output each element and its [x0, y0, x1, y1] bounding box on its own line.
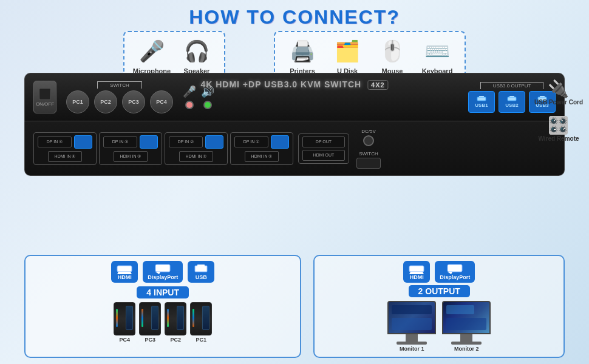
- output-group: DP OUT HDMI OUT: [298, 133, 349, 164]
- hdmi-out-connector-badge: HDMI: [403, 261, 430, 283]
- pc-towers-row: PC4 PC3 PC2 PC1: [114, 302, 212, 343]
- mouse-accessory: 🖱️ Mouse: [371, 36, 414, 75]
- speaker-accessory: 🎧 Speaker: [175, 36, 218, 75]
- hdmi-in-1: HDMI IN ①: [245, 151, 279, 162]
- monitor2: Monitor 2: [442, 301, 491, 352]
- pc2-tower: PC2: [165, 302, 186, 343]
- svg-rect-12: [409, 266, 424, 272]
- output-section-title: 2 OUTPUT: [409, 285, 470, 297]
- hdmi-in-4: HDMI IN ④: [48, 151, 82, 162]
- dp-out-connector-badge: DisplayPort: [435, 261, 475, 283]
- dp-in-4: DP IN ④: [38, 136, 72, 147]
- wired-remote-icon: 🎛️: [548, 115, 569, 135]
- hdmi-connector-badge: HDMI: [111, 261, 138, 283]
- dc-label: DC/5V: [361, 129, 376, 134]
- usb-in-2: [205, 135, 223, 149]
- pc4-tower: PC4: [114, 302, 135, 343]
- microphone-accessory: 🎤 Microphone: [131, 36, 173, 75]
- audio-accessories-group: 🎤 Microphone 🎧 Speaker: [123, 31, 225, 79]
- monitors-row: Monitor 1 Monitor 2: [387, 301, 491, 352]
- pc2-button[interactable]: PC2: [94, 90, 117, 113]
- hdmi-in-2: HDMI IN ②: [179, 151, 213, 162]
- usb-power-cord-icon: 🔌: [548, 79, 569, 99]
- switch-remote-label: SWITCH: [359, 151, 378, 157]
- kvm-bottom-panel: DP IN ④ HDMI IN ④ DP IN ③ HDMI IN ③: [24, 121, 565, 176]
- dp-out: DP OUT: [302, 136, 345, 147]
- pc3-tower: PC3: [139, 302, 161, 343]
- udisk-icon: 🗂️: [335, 36, 360, 66]
- mic-jack: [185, 101, 194, 109]
- svg-rect-11: [197, 265, 205, 267]
- spk-jack: [203, 101, 212, 109]
- monitor1-label: Monitor 1: [400, 346, 424, 352]
- kvm-model-text: 4K HDMI +DP USB3.0 KVM SWITCH 4X2: [200, 79, 388, 89]
- hdmi-out: HDMI OUT: [302, 150, 345, 161]
- output-section: HDMI DisplayPort 2 OUTPUT Monitor 1: [313, 255, 565, 358]
- svg-rect-2: [508, 97, 516, 101]
- dp-in-3: DP IN ③: [103, 136, 137, 147]
- onoff-label: ON/OFF: [36, 101, 54, 107]
- input-section-title: 4 INPUT: [137, 286, 189, 298]
- usb-connector-badge: USB: [188, 261, 214, 283]
- page-title: HOW TO CONNECT?: [0, 0, 589, 29]
- displayport-connector-badge: DisplayPort: [143, 261, 183, 283]
- usb-in-4: [74, 135, 92, 149]
- keyboard-accessory: ⌨️ Keyboard: [416, 36, 458, 75]
- printer-accessory: 🖨️ Printers: [281, 36, 324, 75]
- right-accessories: 🔌 USB Power Cord 🎛️ Wired Remote: [534, 79, 583, 142]
- usb1-port: USB1: [468, 91, 495, 113]
- speaker-icon: 🎧: [184, 36, 209, 66]
- dp-in-2: DP IN ②: [169, 136, 203, 147]
- svg-rect-3: [509, 96, 514, 97]
- usb2-port: USB2: [499, 91, 525, 113]
- usb-in-1: [271, 135, 289, 149]
- dc-power-port: [363, 135, 374, 146]
- monitor2-screen: [442, 301, 491, 334]
- usb-power-cord-accessory: 🔌 USB Power Cord: [534, 79, 583, 106]
- monitor1: Monitor 1: [387, 301, 436, 352]
- pc1-tower: PC1: [190, 302, 212, 343]
- bottom-section: HDMI DisplayPort USB 4 INPUT PC4 PC3: [24, 255, 565, 358]
- monitor2-label: Monitor 2: [454, 346, 479, 352]
- onoff-button[interactable]: ON/OFF: [33, 81, 56, 113]
- kvm-switch: 4K HDMI +DP USB3.0 KVM SWITCH 4X2 ON/OFF…: [24, 73, 565, 176]
- wired-remote-label: Wired Remote: [538, 135, 579, 142]
- pc4-button[interactable]: PC4: [150, 90, 173, 113]
- input-group-1: DP IN ① HDMI IN ①: [230, 132, 293, 165]
- usb-in-3: [140, 135, 158, 149]
- output-connectors: HDMI DisplayPort: [403, 261, 475, 283]
- switch-label: SWITCH: [97, 81, 142, 89]
- microphone-icon: 🎤: [139, 36, 165, 66]
- pc-buttons-row: PC1 PC2 PC3 PC4: [66, 90, 173, 113]
- switch-button-group: SWITCH PC1 PC2 PC3 PC4: [66, 81, 173, 113]
- switch-remote-port: [356, 158, 381, 169]
- mic-port-icon: 🎤: [183, 85, 196, 98]
- wired-remote-accessory: 🎛️ Wired Remote: [534, 115, 583, 142]
- udisk-accessory: 🗂️ U Disk: [326, 36, 369, 75]
- svg-rect-0: [477, 97, 486, 101]
- monitor1-screen: [387, 301, 436, 334]
- printer-icon: 🖨️: [290, 36, 315, 66]
- input-section: HDMI DisplayPort USB 4 INPUT PC4 PC3: [24, 255, 301, 358]
- svg-rect-14: [448, 265, 462, 272]
- input-group-2: DP IN ② HDMI IN ②: [165, 132, 228, 165]
- pc3-button[interactable]: PC3: [122, 90, 145, 113]
- hdmi-in-3: HDMI IN ③: [114, 151, 148, 162]
- kvm-top-panel: 4K HDMI +DP USB3.0 KVM SWITCH 4X2 ON/OFF…: [24, 73, 565, 121]
- accessories-row: 🎤 Microphone 🎧 Speaker 🖨️ Printers 🗂️ U …: [0, 31, 589, 79]
- input-group-4: DP IN ④ HDMI IN ④: [33, 132, 97, 165]
- dp-in-1: DP IN ①: [234, 136, 268, 147]
- peripheral-accessories-group: 🖨️ Printers 🗂️ U Disk 🖱️ Mouse ⌨️ Keyboa…: [274, 31, 466, 79]
- pc1-button[interactable]: PC1: [66, 90, 89, 113]
- input-group-3: DP IN ③ HDMI IN ③: [99, 132, 162, 165]
- svg-rect-8: [155, 265, 170, 272]
- svg-rect-6: [117, 266, 132, 272]
- keyboard-icon: ⌨️: [424, 36, 450, 66]
- input-connectors: HDMI DisplayPort USB: [111, 261, 214, 283]
- mouse-icon: 🖱️: [380, 36, 405, 66]
- svg-rect-1: [479, 96, 484, 97]
- usb-power-cord-label: USB Power Cord: [534, 99, 583, 106]
